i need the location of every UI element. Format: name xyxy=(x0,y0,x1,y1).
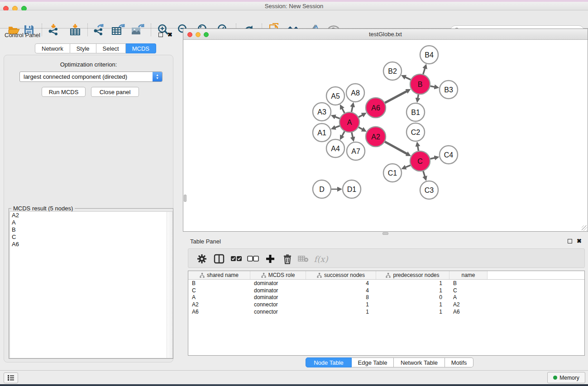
table-row[interactable]: A6connector11A6 xyxy=(188,308,584,315)
mcds-panel: Optimization criterion: largest connecte… xyxy=(4,55,173,362)
graph-node-label: A xyxy=(347,119,352,126)
add-column-icon[interactable] xyxy=(263,252,277,266)
table-cell: 1 xyxy=(306,309,376,315)
graph-edge-B-B3[interactable] xyxy=(430,86,435,87)
graph-node-label: B xyxy=(418,81,423,88)
graph-edge-A-A6[interactable] xyxy=(359,114,363,117)
delete-table-icon[interactable] xyxy=(296,252,310,266)
network-graph[interactable]: B4B2BB3A5A8A6A3B1AA1A2C2A4A7CC4C1C3DD1 xyxy=(183,40,588,231)
network-window-titlebar[interactable]: testGlobe.txt xyxy=(183,29,588,40)
result-item[interactable]: B xyxy=(10,226,172,234)
column-header[interactable]: shared name xyxy=(188,271,250,279)
table-cell: 1 xyxy=(376,309,449,315)
task-list-icon xyxy=(7,375,14,381)
graph-edge-C-C4[interactable] xyxy=(430,158,435,159)
table-cell: 0 xyxy=(376,294,449,300)
desktop-strip-bottom xyxy=(0,384,588,386)
result-item[interactable]: C xyxy=(10,234,172,241)
column-header[interactable]: MCDS role xyxy=(250,271,306,279)
graph-edge-A-A3[interactable] xyxy=(335,117,339,119)
column-visibility-icon[interactable] xyxy=(212,252,226,266)
table-row[interactable]: Bdominator41B xyxy=(188,280,584,287)
column-header[interactable]: predecessor nodes xyxy=(376,271,449,279)
network-view-window: testGlobe.txt B4B2BB3A5A8A6A3B1AA1A2C2A4… xyxy=(183,29,588,232)
hierarchy-icon xyxy=(386,273,391,278)
tab-motifs[interactable]: Motifs xyxy=(445,357,473,367)
optimization-select[interactable]: largest connected component (directed) ▲… xyxy=(19,71,163,82)
function-builder-icon[interactable]: f(x) xyxy=(311,252,330,266)
graph-edge-B-B1[interactable] xyxy=(418,95,419,99)
tab-edge-table[interactable]: Edge Table xyxy=(352,357,394,367)
table-cell: 4 xyxy=(306,287,376,294)
graph-edge-B-B4[interactable] xyxy=(423,68,425,74)
delete-column-icon[interactable] xyxy=(281,252,294,266)
memory-button[interactable]: Memory xyxy=(547,372,585,383)
tab-node-table[interactable]: Node Table xyxy=(306,357,352,367)
close-network-window-button[interactable] xyxy=(187,32,192,37)
select-all-rows-icon[interactable] xyxy=(229,252,243,266)
optimization-label: Optimization criterion: xyxy=(4,61,173,68)
close-panel-icon[interactable]: ✖ xyxy=(167,33,172,37)
vertical-scrollbar-thumb[interactable] xyxy=(184,195,186,202)
table-cell: 1 xyxy=(376,280,449,286)
tab-network-table[interactable]: Network Table xyxy=(394,357,445,367)
result-item[interactable]: A xyxy=(10,219,172,226)
table-cell: dominator xyxy=(250,287,306,294)
table-header-row: shared nameMCDS rolesuccessor nodesprede… xyxy=(188,271,584,280)
close-panel-button[interactable]: Close panel xyxy=(91,87,139,97)
graph-edge-C-C2[interactable] xyxy=(418,146,419,151)
graph-node-label: D1 xyxy=(347,186,357,193)
table-cell: A6 xyxy=(449,309,488,315)
tab-mcds[interactable]: MCDS xyxy=(126,43,156,53)
graph-node-label: B1 xyxy=(411,109,420,116)
table-cell: 1 xyxy=(306,301,376,308)
table-panel-title: Table Panel xyxy=(190,238,221,245)
table-options-gear-icon[interactable] xyxy=(195,252,209,266)
network-window-title: testGlobe.txt xyxy=(183,29,588,39)
graph-edge-A6-B[interactable] xyxy=(385,91,407,103)
task-history-button[interactable] xyxy=(4,372,18,383)
graph-node-label: A4 xyxy=(331,145,340,152)
column-header[interactable]: name xyxy=(449,271,488,279)
close-table-panel-icon[interactable]: ✖ xyxy=(577,239,582,243)
maximize-network-window-button[interactable] xyxy=(204,32,209,37)
graph-edge-B-B2[interactable] xyxy=(405,77,411,80)
graph-edge-A-A4[interactable] xyxy=(342,131,344,136)
control-panel-title: Control Panel xyxy=(5,32,40,38)
tab-network[interactable]: Network xyxy=(35,43,70,53)
table-cell: C xyxy=(188,287,250,294)
status-bar: Memory xyxy=(0,370,588,384)
table-row[interactable]: Adominator80A xyxy=(188,294,584,301)
resize-handle[interactable] xyxy=(582,225,587,231)
result-item[interactable]: A2 xyxy=(10,212,172,219)
graph-edge-A-A1[interactable] xyxy=(335,126,339,128)
mcds-result-list[interactable]: A2ABCA6 xyxy=(10,211,173,358)
table-row[interactable]: A2connector11A2 xyxy=(188,301,584,308)
graph-edge-C-C1[interactable] xyxy=(405,165,411,167)
float-table-panel-icon[interactable] xyxy=(568,239,572,243)
graph-edge-A-A2[interactable] xyxy=(359,127,363,129)
column-header[interactable]: successor nodes xyxy=(306,271,376,279)
scrollbar-track[interactable] xyxy=(167,212,172,358)
graph-edge-C-C3[interactable] xyxy=(423,171,425,177)
node-table[interactable]: shared nameMCDS rolesuccessor nodesprede… xyxy=(188,271,585,356)
horizontal-scrollbar-thumb[interactable] xyxy=(382,232,388,235)
run-mcds-button[interactable]: Run MCDS xyxy=(42,87,86,97)
graph-edge-A2-C[interactable] xyxy=(385,142,407,154)
graph-node-label: D xyxy=(319,186,325,193)
minimize-network-window-button[interactable] xyxy=(196,32,201,37)
tab-select[interactable]: Select xyxy=(96,43,126,53)
result-item[interactable]: A6 xyxy=(10,241,172,248)
table-row[interactable]: Cdominator41C xyxy=(188,287,584,294)
control-panel-header: Control Panel ✖ xyxy=(0,29,177,41)
graph-edge-A-A5[interactable] xyxy=(342,108,344,113)
table-cell: 8 xyxy=(306,294,376,300)
tab-style[interactable]: Style xyxy=(70,43,96,53)
graph-edge-A-A7[interactable] xyxy=(352,132,353,138)
graph-edge-A-A8[interactable] xyxy=(352,106,353,112)
float-panel-icon[interactable] xyxy=(158,33,163,37)
hierarchy-icon xyxy=(261,273,266,278)
graph-node-label: C1 xyxy=(388,169,397,177)
deselect-all-rows-icon[interactable] xyxy=(246,252,260,266)
graph-node-label: A7 xyxy=(351,148,360,155)
